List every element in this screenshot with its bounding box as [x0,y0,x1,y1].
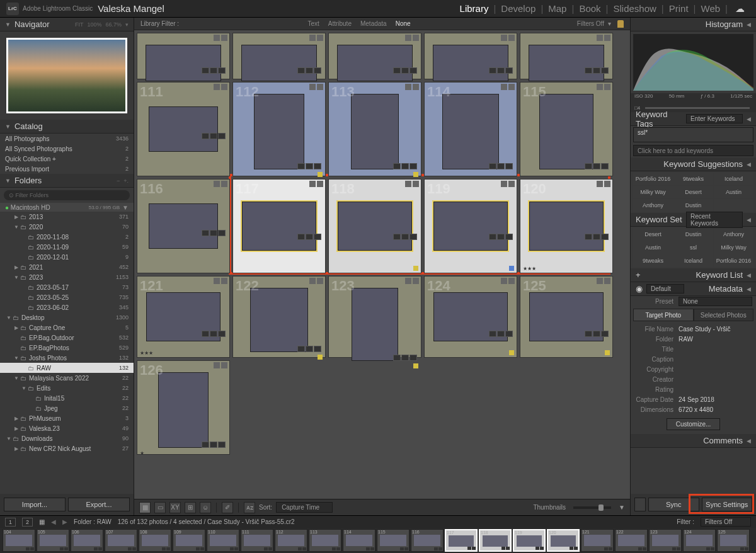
filmstrip-cell[interactable]: 115 [377,529,410,552]
grid-cell[interactable]: 122 [232,276,326,358]
status-folder[interactable]: Folder : RAW [74,518,112,525]
filmstrip-cell[interactable]: 107 [105,529,137,552]
painter-icon[interactable]: ✐ [222,502,233,513]
chevron-down-icon[interactable]: ▾ [608,20,611,27]
chevron-down-icon[interactable]: ▼ [122,204,129,211]
grid-cell[interactable] [137,33,230,79]
keyword-cell[interactable]: Milky Way [714,241,753,254]
metadata-field[interactable]: File NameCase Study - Vršič [631,324,756,334]
nav-fit[interactable]: FIT [75,21,84,28]
grid-cell[interactable] [424,33,517,79]
catalog-item[interactable]: Quick Collection +2 [0,154,134,164]
keyword-cell[interactable]: Portfolio 2016 [633,173,673,185]
metadata-field[interactable]: FolderRAW [631,334,756,344]
folder-row[interactable]: ▼🗀Downloads90 [0,433,134,443]
folder-row[interactable]: ▶🗀2013371 [0,212,134,222]
navigator-preview[interactable] [0,31,134,120]
keyword-cell[interactable] [714,199,753,212]
back-icon[interactable]: ◀ [51,518,56,525]
filmstrip-cell[interactable]: 125 [717,529,750,552]
chevron-down-icon[interactable]: ▾ [125,21,129,28]
metadata-field[interactable]: Title [631,344,756,354]
sync-toggle[interactable] [634,498,646,511]
histogram-header[interactable]: Histogram ◀ [631,18,756,31]
grid-cell[interactable]: 112 [232,82,326,176]
module-web[interactable]: Web [696,3,726,14]
module-slideshow[interactable]: Slideshow [608,3,661,14]
folder-row[interactable]: ▶🗀Capture One5 [0,322,134,333]
folder-row[interactable]: 🗀2023-05-1773 [0,282,134,292]
module-develop[interactable]: Develop [496,3,541,14]
eye-icon[interactable]: ◉ [636,284,643,294]
keyword-cell[interactable]: ssl [673,241,713,254]
filmstrip-cell[interactable]: 111 [241,529,273,552]
filmstrip-cell[interactable]: 118 [479,529,512,552]
filmstrip-cell[interactable]: 113 [309,529,341,552]
folder-row[interactable]: 🗀RAW132 [0,363,134,373]
plus-icon[interactable]: +. [123,178,129,184]
metadata-field[interactable]: Creator [631,374,756,384]
filmstrip-cell[interactable]: 117 [445,529,478,552]
grid-view-icon[interactable]: ▦ [139,502,151,513]
module-library[interactable]: Library [455,3,494,14]
people-view-icon[interactable]: ☺ [200,502,211,513]
forward-icon[interactable]: ▶ [62,518,67,525]
grid-cell[interactable]: 125 [520,276,613,358]
thumbnail-size-slider[interactable] [573,506,611,509]
lock-icon[interactable] [617,20,624,28]
grid-cell[interactable]: 124 [424,276,517,358]
folder-row[interactable]: ▶🗀2021452 [0,262,134,272]
import-button[interactable]: Import... [4,498,66,511]
keyword-cell[interactable]: Dustin [673,199,713,212]
metadata-field[interactable]: Capture Date24 Sep 2018 [631,394,756,404]
folders-header[interactable]: ▼ Folders − +. [0,174,134,188]
keyword-cell[interactable]: 9tweaks [633,254,673,267]
filmstrip-cell[interactable]: 109 [173,529,205,552]
folder-row[interactable]: ▼🗀20231153 [0,272,134,282]
grid-cell[interactable]: 123 [328,276,421,358]
filmstrip-cell[interactable]: 120 [547,529,580,552]
grid-icon[interactable]: ▦ [39,518,45,525]
folder-row[interactable]: 🗀2020-11-0959 [0,242,134,252]
grid-cell[interactable]: 118 [328,179,421,273]
keyword-cell[interactable]: Austin [714,186,753,198]
module-print[interactable]: Print [664,3,694,14]
filmstrip[interactable]: 1041051061071081091101111121131141151161… [0,528,756,553]
keyword-textarea[interactable]: ssl* [633,127,753,142]
add-keyword-input[interactable]: Click here to add keywords [633,145,753,156]
folder-row[interactable]: 🗀2020-11-082 [0,232,134,242]
folder-row[interactable]: 🗀EP.BagPhotos529 [0,343,134,353]
grid-cell[interactable]: 120 ★★★ [520,179,613,273]
volume-row[interactable]: ● Macintosh HD 53.0 / 995 GB ▼ [0,203,134,212]
grid-cell[interactable]: 117 [232,179,326,273]
catalog-item[interactable]: All Photographs3436 [0,134,134,144]
metadata-header[interactable]: ◉ Default Metadata ◀ [631,282,756,296]
folder-row[interactable]: ▶🗀PhMuseum3 [0,413,134,423]
primary-display[interactable]: 1 [5,518,16,527]
metadata-field[interactable]: Dimensions6720 x 4480 [631,404,756,414]
filmstrip-cell[interactable]: 114 [343,529,375,552]
status-filter-dropdown[interactable]: Filters Off [701,517,751,527]
filmstrip-cell[interactable]: 123 [649,529,682,552]
keyword-cell[interactable]: 9tweaks [673,173,713,185]
grid-cell[interactable]: 121 ★★★ [137,276,230,358]
folder-row[interactable]: ▼🗀Desktop1300 [0,312,134,322]
metadata-tab[interactable]: Target Photo [633,309,694,321]
survey-view-icon[interactable]: ⊞ [185,502,196,513]
filter-tab-text[interactable]: Text [307,20,319,27]
grid-cell[interactable] [232,33,326,79]
keyword-cell[interactable]: Dustin [673,228,713,241]
grid-cell[interactable]: 115 [520,82,613,176]
filter-tab-attribute[interactable]: Attribute [328,20,352,27]
catalog-item[interactable]: All Synced Photographs2 [0,144,134,154]
filter-tab-none[interactable]: None [396,20,411,27]
filmstrip-cell[interactable]: 108 [139,529,171,552]
filmstrip-cell[interactable]: 116 [411,529,444,552]
module-map[interactable]: Map [543,3,571,14]
customize-button[interactable]: Customize... [667,418,721,430]
loupe-view-icon[interactable]: ▭ [154,502,166,513]
catalog-item[interactable]: Previous Import2 [0,164,134,174]
filmstrip-cell[interactable]: 112 [275,529,307,552]
folder-row[interactable]: 🗀Inital1522 [0,393,134,403]
folder-row[interactable]: 🗀2020-12-019 [0,252,134,262]
